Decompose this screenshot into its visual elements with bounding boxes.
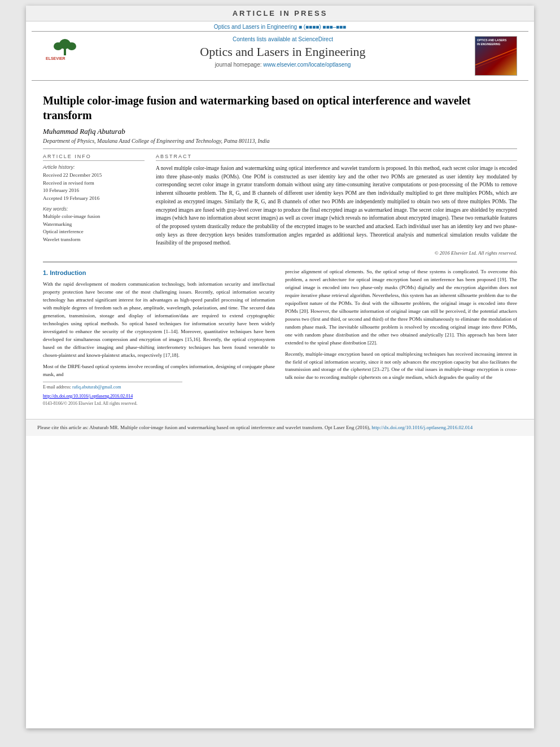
body-left-col: 1. Introduction With the rapid developme…: [43, 268, 275, 407]
body-right-col: precise alignment of optical elements. S…: [285, 268, 517, 407]
article-info-col: ARTICLE INFO Article history: Received 2…: [43, 154, 145, 256]
right-para1: precise alignment of optical elements. S…: [285, 268, 517, 347]
article-info-label: ARTICLE INFO: [43, 154, 145, 161]
email-link[interactable]: rafiq.abuturab@gmail.com: [72, 385, 121, 390]
homepage-label: journal homepage:: [215, 62, 262, 68]
article-title: Multiple color-image fusion and watermar…: [43, 93, 517, 123]
copyright: © 2016 Elsevier Ltd. All rights reserved…: [156, 250, 517, 256]
article-content: Multiple color-image fusion and watermar…: [26, 81, 534, 413]
revised-date: Received in revised form: [43, 180, 145, 187]
divider-thick: [43, 261, 517, 263]
accepted-date: Accepted 19 February 2016: [43, 195, 145, 202]
keyword-1: Multiple color-image fusion: [43, 213, 145, 221]
abstract-text: A novel multiple color-image fusion and …: [156, 164, 517, 247]
header-center: Contents lists available at ScienceDirec…: [99, 36, 466, 68]
intro-heading: 1. Introduction: [43, 268, 275, 278]
body-content: 1. Introduction With the rapid developme…: [43, 268, 517, 407]
rights-text: 0143-8166/© 2016 Elsevier Ltd. All right…: [43, 400, 275, 407]
journal-cover: OPTICS AND LASERSIN ENGINEERING: [475, 36, 517, 76]
article-author: Muhammad Rafiq Abuturab: [43, 127, 517, 136]
intro-para1: With the rapid development of modern com…: [43, 281, 275, 359]
doi-anchor[interactable]: http://dx.doi.org/10.1016/j.optlaseng.20…: [43, 394, 133, 399]
received-date: Received 22 December 2015: [43, 172, 145, 179]
keyword-2: Watermarking: [43, 221, 145, 229]
footnote-divider: [43, 382, 182, 382]
svg-point-4: [67, 42, 76, 50]
page: ARTICLE IN PRESS Optics and Lasers in En…: [26, 6, 534, 728]
footnote-email: E-mail address: rafiq.abuturab@gmail.com: [43, 384, 275, 391]
svg-point-3: [54, 42, 63, 50]
revised-date2: 10 February 2016: [43, 187, 145, 194]
journal-link-bar: Optics and Lasers in Engineering ■ (■■■■…: [26, 21, 534, 31]
citation-doi[interactable]: http://dx.doi.org/10.1016/j.optlaseng.20…: [371, 425, 473, 430]
keyword-3: Optical interference: [43, 228, 145, 236]
banner-text: ARTICLE IN PRESS: [233, 9, 328, 18]
keywords-label: Key words:: [43, 206, 145, 212]
header-area: ELSEVIER Contents lists available at Sci…: [32, 31, 528, 81]
svg-text:ELSEVIER: ELSEVIER: [46, 56, 65, 60]
abstract-col: ABSTRACT A novel multiple color-image fu…: [156, 154, 517, 256]
email-label: E-mail address:: [43, 385, 71, 390]
abstract-label: ABSTRACT: [156, 154, 517, 161]
contents-line: Contents lists available at ScienceDirec…: [105, 36, 461, 42]
intro-para2: Most of the DRPE-based optical systems i…: [43, 363, 275, 379]
article-affiliation: Department of Physics, Maulana Azad Coll…: [43, 138, 517, 144]
elsevier-logo: ELSEVIER: [43, 36, 91, 67]
header-left: ELSEVIER: [43, 36, 99, 69]
doi-link: http://dx.doi.org/10.1016/j.optlaseng.20…: [43, 393, 275, 400]
journal-title: Optics and Lasers in Engineering: [105, 45, 461, 59]
contents-label: Contents lists available at: [233, 36, 296, 42]
homepage-url[interactable]: www.elsevier.com/locate/optlaseng: [263, 62, 351, 68]
citation-text: Please cite this article as: Abuturab MR…: [37, 425, 370, 430]
history-label: Article history:: [43, 164, 145, 170]
keyword-4: Wavelet transform: [43, 236, 145, 244]
header-right: OPTICS AND LASERSIN ENGINEERING: [466, 36, 517, 76]
homepage-line: journal homepage: www.elsevier.com/locat…: [105, 62, 461, 68]
aip-banner: ARTICLE IN PRESS: [26, 6, 534, 21]
citation-bar: Please cite this article as: Abuturab MR…: [26, 419, 534, 436]
divider-1: [43, 148, 517, 149]
right-para2: Recently, multiple-image encryption base…: [285, 351, 517, 382]
sciencedirect-link[interactable]: ScienceDirect: [298, 36, 333, 42]
info-abstract-section: ARTICLE INFO Article history: Received 2…: [43, 154, 517, 256]
journal-link[interactable]: Optics and Lasers in Engineering ■ (■■■■…: [214, 24, 346, 30]
